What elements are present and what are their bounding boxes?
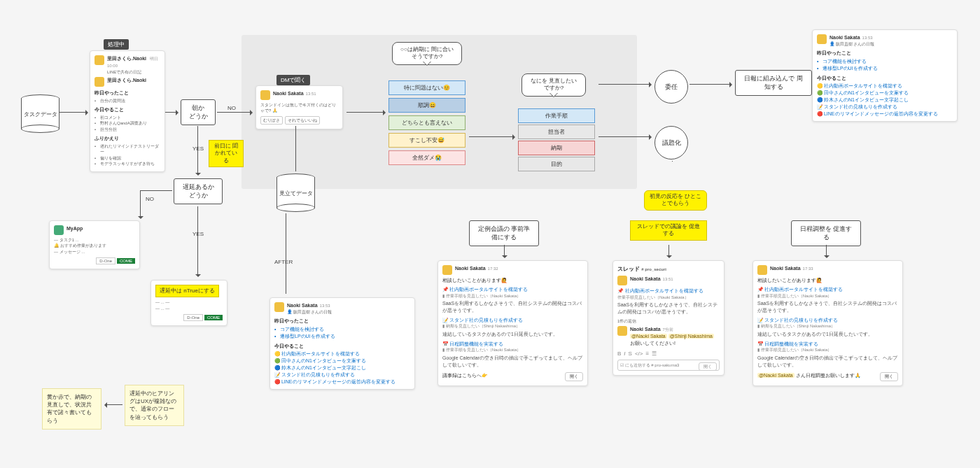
label-no-2: NO [146,196,154,202]
arrow [165,112,178,113]
open-button[interactable]: 開く [880,372,898,381]
avatar [94,55,104,65]
avatar [617,326,627,336]
arrow [469,136,514,137]
opt-revise-2[interactable]: 納期 [518,141,595,155]
arrow [140,190,141,218]
bubble-revise: なにを 見直したいですか? [522,73,586,97]
avatar [94,77,104,87]
app-icon [54,225,64,235]
btn-done[interactable]: D-One [183,314,203,321]
node-thread-push: スレッドでの議論を 促進する [630,220,707,241]
opt-revise-3[interactable]: 目的 [518,157,595,171]
avatar [274,302,284,312]
arrow [668,245,669,257]
processing-tag: 処理中 [104,39,129,50]
slack-report-top: Naoki Sakata13:53👤 阪田直樹 さんの日報 昨日やったこと コア… [812,29,958,122]
label-yes-2: YES [192,231,204,237]
arrow [105,404,122,405]
slack-meeting: Naoki Sakata17:32 相談したいことがあります🙋 📌 社内動画ポー… [438,260,588,386]
slack-left-log: 里田さくら.Naoki 明日 10:00LINEで共有の日記 里田さくら.Nao… [90,50,165,172]
bubble-on-time: ○○は納期に 間に合いそうですか? [392,42,462,65]
open-button[interactable]: 開く [565,372,583,381]
arrow [826,245,827,257]
arrow [286,213,286,294]
slack-dm: Naoki Sakata13:51 スタンドインは無しでキズ付くのはどりゃで? … [255,85,343,129]
label-no-1: NO [227,105,236,111]
opt-revise-1[interactable]: 担当者 [518,125,595,139]
dm-ask-tag: DMで聞く [276,75,310,85]
avatar [757,265,767,275]
arrow [598,136,651,137]
sticky-left2: 遅延中のヒアリングはUXが複雑なので、通常のフローを辿ってもらう [125,385,184,426]
label-yes-1: YES [192,146,204,152]
avatar [442,265,452,275]
arrow [197,206,198,276]
avatar [617,276,627,285]
cylinder-task-data: タスクデータ [21,94,59,133]
arrow [504,245,505,257]
slack-schedule: Naoki Sakata17:33 相談したいことがあります🙋 📌 社内動画ポー… [752,260,903,386]
opt-status-0[interactable]: 特に問題はない😊 [388,80,465,95]
circle-delegate: 委任 [654,70,688,104]
editor-toolbar[interactable]: BIS</>≡☰ [617,350,720,357]
node-schedule-push: 日程調整を 促進する [791,220,861,246]
slack-myapp: MyApp — タスク1 ... 🔔 おすすめ作業があります — メッセージ .… [49,220,140,269]
decision-delayed: 遅延あるか どうか [174,178,223,204]
arrow [346,112,385,113]
label-after: AFTER [274,259,293,265]
bubble-first-reaction: 初見の反応を ひとことでもらう [644,190,707,211]
arrow [140,190,172,191]
btn-come[interactable]: COME [117,258,135,264]
opt-revise-0[interactable]: 作業手順 [518,108,595,123]
arrow [690,84,732,85]
arrow [197,126,198,175]
arrow [598,84,651,85]
avatar [260,90,270,100]
btn-done[interactable]: D-One [96,257,115,264]
reply-input[interactable]: ☑ にも送信する # pro-sakuma3開く [617,360,720,371]
slack-delayed: 遅延中は nTrueにする — ... — — ... — D-OneCOME [150,280,227,326]
slack-thread: スレッド # pro_securi Naoki Sakata13:51 📌 社内… [612,260,724,376]
arrow [217,112,252,113]
highlight-prev-day: 前日に 聞かれている [209,140,244,167]
circle-issue: 議題化 [654,126,688,159]
avatar [817,34,827,44]
slack-report-mid: Naoki Sakata13:53👤 阪田直樹 さんの日報 昨日やったこと コア… [270,297,415,390]
arrow [295,126,296,171]
opt-status-2[interactable]: どちらとも言えない [388,115,465,130]
open-button[interactable]: 開く [699,362,717,371]
opt-status-4[interactable]: 全然ダメ😭 [388,150,465,165]
opt-status-3[interactable]: すこし不安😅 [388,133,465,148]
decision-morning: 朝か どうか [181,99,216,125]
sticky-left1: 黄か赤で、納期の見直しで、状況共有で諸々書いてもらう [42,388,102,430]
arrow [672,161,673,162]
arrow [59,112,88,113]
cylinder-estimate-data: 見立てデータ [276,173,315,212]
node-report: 日報に組み込んで 周知する [735,70,812,96]
opt-status-1[interactable]: 順調😄 [388,98,465,113]
node-meeting-prep: 定例会議の 事前準備にする [469,220,539,246]
btn-come[interactable]: COME [204,315,223,320]
